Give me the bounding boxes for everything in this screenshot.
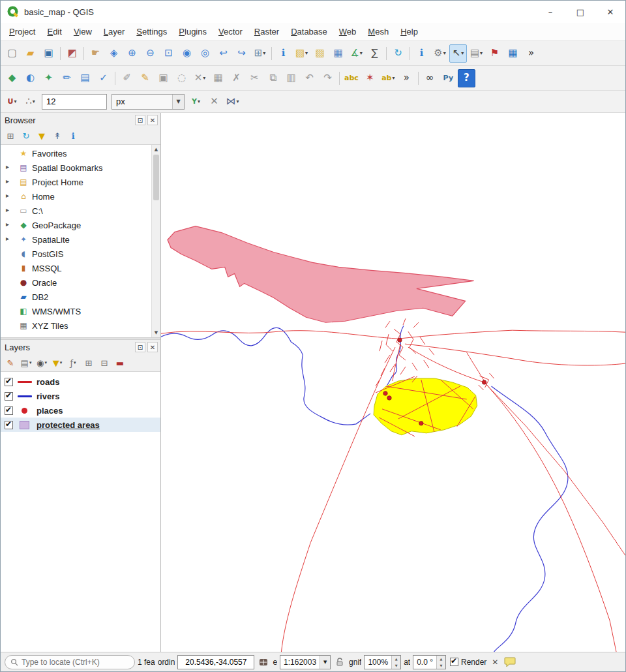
menu-item[interactable]: Database xyxy=(285,24,333,39)
metasearch-icon[interactable]: ∞ xyxy=(421,69,439,87)
dropdown-caret-icon[interactable] xyxy=(263,50,265,56)
close-button[interactable]: ✕ xyxy=(595,1,625,23)
zoom-to-selection-icon[interactable]: ◉ xyxy=(178,44,196,63)
expand-arrow-icon[interactable] xyxy=(6,192,9,199)
new-map-view-icon[interactable]: ⊞ xyxy=(251,44,269,63)
spinbox-arrows[interactable] xyxy=(391,656,400,669)
layer-item[interactable]: protected areas xyxy=(1,418,160,432)
select-tool-active-icon[interactable]: ↖ xyxy=(449,44,467,63)
panel-close-button[interactable]: ✕ xyxy=(147,342,158,352)
browser-item[interactable]: ▤ Project Home xyxy=(1,175,151,189)
layer-checkbox[interactable] xyxy=(5,378,13,386)
menu-item[interactable]: Plugins xyxy=(173,24,213,39)
manage-map-themes-icon[interactable]: ◉ xyxy=(35,356,49,370)
help-icon[interactable]: ? xyxy=(458,69,475,87)
layer-checkbox[interactable] xyxy=(5,406,13,415)
measure-icon[interactable]: ∡ xyxy=(348,44,365,63)
collapse-all-icon[interactable]: ↟ xyxy=(50,129,65,143)
collapse-all-layers-icon[interactable]: ⊟ xyxy=(97,356,112,370)
show-attributes-icon[interactable]: ▦ xyxy=(504,44,522,63)
minimize-button[interactable]: – xyxy=(535,1,565,23)
new-geopackage-layer-icon[interactable]: ◆ xyxy=(3,69,21,87)
coordinate-box[interactable] xyxy=(177,655,254,669)
lock-scale-icon[interactable] xyxy=(333,655,346,669)
snapping-tolerance-spinbox[interactable] xyxy=(42,94,107,110)
map-canvas[interactable] xyxy=(161,113,625,652)
browser-item[interactable]: ◧ WMS/WMTS xyxy=(1,304,151,318)
browser-item[interactable]: ▦ XYZ Tiles xyxy=(1,318,151,333)
dropdown-caret-icon[interactable] xyxy=(480,50,483,56)
deselect-features-icon[interactable]: ▨ xyxy=(311,44,329,63)
menu-item[interactable]: Layer xyxy=(98,24,131,39)
rotation-spinbox[interactable]: 0.0 ° xyxy=(413,655,446,669)
browser-item[interactable]: ● Oracle xyxy=(1,275,151,290)
delete-selected-icon[interactable]: ✗ xyxy=(228,69,245,87)
layer-diagram-icon[interactable]: ✶ xyxy=(361,69,379,87)
expand-arrow-icon[interactable] xyxy=(6,235,9,242)
copy-features-icon[interactable]: ⧉ xyxy=(264,69,282,87)
enable-tracing-icon[interactable]: Y xyxy=(187,93,205,111)
expand-arrow-icon[interactable] xyxy=(6,221,9,228)
new-spatialite-layer-icon[interactable]: ✦ xyxy=(40,69,57,87)
spin-down-icon[interactable] xyxy=(437,662,445,669)
layer-checkbox[interactable] xyxy=(5,421,13,429)
dropdown-caret-icon[interactable] xyxy=(203,75,205,81)
new-report-icon[interactable]: ⚑ xyxy=(486,44,503,63)
identify-features-icon[interactable]: ℹ xyxy=(275,44,292,63)
expand-all-icon[interactable]: ⊞ xyxy=(82,356,96,370)
new-virtual-layer-icon[interactable]: ✏ xyxy=(58,69,76,87)
browser-item[interactable]: ▰ DB2 xyxy=(1,290,151,304)
remove-layer-icon[interactable]: ▬ xyxy=(113,356,127,370)
dropdown-caret-icon[interactable] xyxy=(14,99,16,104)
undo-icon[interactable]: ↶ xyxy=(301,69,318,87)
dropdown-caret-icon[interactable] xyxy=(198,99,200,104)
save-project-icon[interactable]: ▣ xyxy=(40,44,57,63)
new-project-icon[interactable]: ▢ xyxy=(3,44,21,63)
dropdown-caret-icon[interactable] xyxy=(360,50,363,56)
dropdown-caret-icon[interactable] xyxy=(29,360,32,365)
zoom-in-icon[interactable]: ⊕ xyxy=(123,44,141,63)
style-manager-icon[interactable]: ◩ xyxy=(63,44,81,63)
toggle-editing-icon[interactable]: ✎ xyxy=(136,69,154,87)
open-attribute-table-icon[interactable]: ▦ xyxy=(329,44,347,63)
modify-attributes-icon[interactable]: ▦ xyxy=(209,69,227,87)
menu-item[interactable]: Settings xyxy=(130,24,173,39)
dropdown-caret-icon[interactable] xyxy=(60,360,63,365)
menu-item[interactable]: View xyxy=(68,24,98,39)
dropdown-caret-icon[interactable] xyxy=(443,50,446,56)
browser-item[interactable]: ★ Favorites xyxy=(1,146,151,160)
pan-map-icon[interactable]: ☛ xyxy=(87,44,104,63)
add-selected-layer-icon[interactable]: ⊞ xyxy=(3,129,18,143)
maximize-button[interactable]: □ xyxy=(565,1,595,23)
processing-toolbox-icon[interactable]: ⚙ xyxy=(431,44,449,63)
layout-manager-icon[interactable]: ▤ xyxy=(468,44,485,63)
menu-item[interactable]: Project xyxy=(3,24,41,39)
locate-search-box[interactable] xyxy=(5,655,135,669)
scrollbar-thumb[interactable] xyxy=(153,155,159,200)
dropdown-caret-icon[interactable] xyxy=(305,50,308,56)
redo-icon[interactable]: ↷ xyxy=(319,69,336,87)
pin-labels-icon[interactable]: ab xyxy=(380,69,397,87)
browser-item[interactable]: ⌂ Home xyxy=(1,189,151,204)
properties-widget-icon[interactable]: ℹ xyxy=(66,129,80,143)
current-edits-icon[interactable]: ✐ xyxy=(118,69,136,87)
combo-caret-icon[interactable] xyxy=(172,95,184,109)
python-console-icon[interactable]: Py xyxy=(440,69,457,87)
dropdown-caret-icon[interactable] xyxy=(44,360,47,365)
scroll-up-icon[interactable] xyxy=(152,145,160,154)
toggle-extents-icon[interactable] xyxy=(257,655,270,669)
expand-arrow-icon[interactable] xyxy=(6,177,9,185)
browser-item[interactable]: ✦ SpatiaLite xyxy=(1,232,151,247)
dropdown-caret-icon[interactable] xyxy=(74,360,76,365)
render-toggle[interactable]: Render xyxy=(450,658,486,667)
browser-scrollbar[interactable] xyxy=(151,145,160,337)
layer-checkbox[interactable] xyxy=(5,392,13,401)
filter-browser-icon[interactable]: ▼ xyxy=(35,129,49,143)
panel-float-button[interactable]: ⊡ xyxy=(135,115,145,125)
dropdown-caret-icon[interactable] xyxy=(392,75,395,81)
menu-item[interactable]: Help xyxy=(395,24,424,39)
stop-rendering-icon[interactable]: ✕ xyxy=(489,658,501,667)
menu-item[interactable]: Web xyxy=(333,24,363,39)
refresh-browser-icon[interactable]: ↻ xyxy=(19,129,33,143)
browser-item[interactable]: ◆ GeoPackage xyxy=(1,218,151,232)
